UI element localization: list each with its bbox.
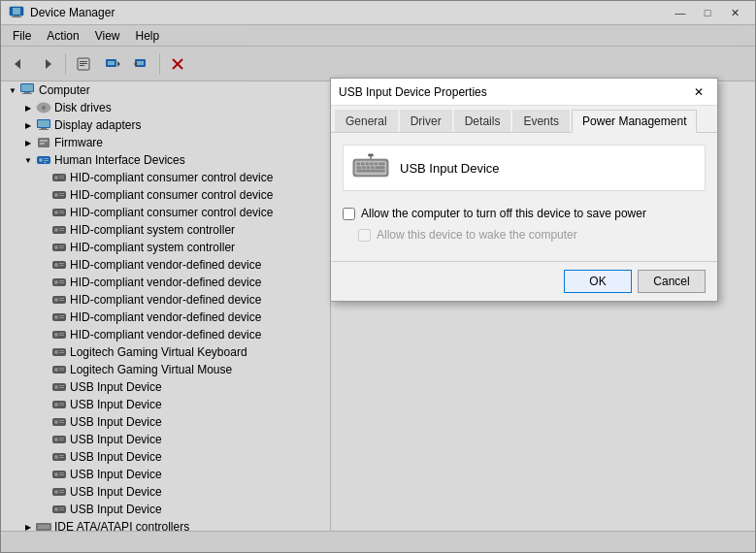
dialog-close-button[interactable]: ✕	[688, 83, 709, 101]
dialog-content: USB Input Device Allow the computer to t…	[331, 133, 717, 261]
svg-rect-124	[375, 163, 378, 166]
cancel-button[interactable]: Cancel	[638, 270, 706, 293]
svg-rect-133	[368, 153, 373, 156]
tab-events[interactable]: Events	[512, 110, 570, 132]
svg-rect-125	[378, 163, 384, 166]
tab-power-management[interactable]: Power Management	[572, 110, 697, 133]
main-window: Device Manager — □ ✕ File Action View He…	[0, 0, 756, 553]
svg-rect-130	[376, 166, 385, 169]
dialog-buttons: OK Cancel	[331, 261, 717, 301]
svg-rect-122	[366, 163, 370, 166]
tab-details[interactable]: Details	[454, 110, 511, 132]
wake-label: Allow this device to wake the computer	[377, 228, 577, 242]
power-save-row: Allow the computer to turn off this devi…	[343, 207, 706, 220]
tab-driver[interactable]: Driver	[400, 110, 452, 132]
svg-rect-126	[356, 166, 361, 169]
svg-rect-120	[356, 163, 360, 166]
modal-overlay: USB Input Device Properties ✕ General Dr…	[0, 0, 756, 553]
device-large-icon	[351, 153, 390, 182]
device-header: USB Input Device	[343, 145, 706, 191]
properties-dialog: USB Input Device Properties ✕ General Dr…	[330, 78, 718, 302]
dialog-title: USB Input Device Properties	[339, 85, 487, 99]
tab-general[interactable]: General	[335, 110, 398, 132]
dialog-device-name: USB Input Device	[400, 161, 500, 176]
svg-rect-127	[362, 166, 366, 169]
power-save-checkbox[interactable]	[343, 208, 355, 220]
dialog-title-bar: USB Input Device Properties ✕	[331, 79, 717, 106]
dialog-tabs: General Driver Details Events Power Mana…	[331, 106, 717, 133]
svg-rect-121	[361, 163, 365, 166]
power-save-label[interactable]: Allow the computer to turn off this devi…	[361, 207, 646, 220]
wake-checkbox[interactable]	[358, 229, 371, 242]
svg-rect-128	[366, 166, 370, 169]
ok-button[interactable]: OK	[564, 270, 632, 293]
svg-rect-123	[370, 163, 374, 166]
svg-rect-129	[371, 166, 375, 169]
svg-rect-131	[356, 170, 384, 173]
wake-row: Allow this device to wake the computer	[343, 228, 706, 242]
